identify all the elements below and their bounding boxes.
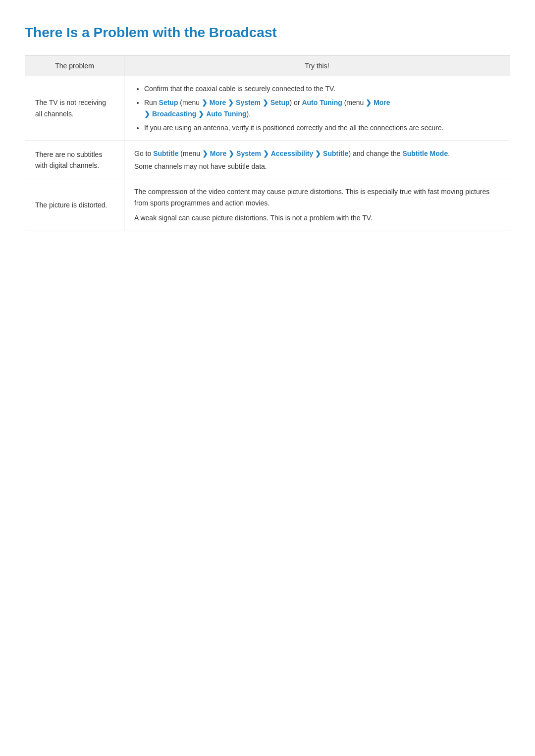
chevron-icon: ❯ [144, 110, 150, 118]
list-item: Confirm that the coaxial cable is secure… [144, 83, 500, 94]
subtitle-mode-link: Subtitle Mode [402, 150, 448, 157]
solution-text-2: Some channels may not have subtitle data… [134, 161, 500, 172]
solution-text: The compression of the video content may… [134, 186, 500, 208]
setup-link: Setup [159, 99, 178, 106]
table-row: The picture is distorted. The compressio… [25, 179, 510, 231]
solution-text: Go to Subtitle (menu ❯ More ❯ System ❯ A… [134, 148, 500, 159]
more-link: More [210, 99, 226, 106]
chevron-icon: ❯ [228, 150, 234, 157]
broadcasting-link: Broadcasting [152, 110, 196, 118]
chevron-icon: ❯ [202, 99, 208, 106]
solution-text-2: A weak signal can cause picture distorti… [134, 212, 500, 223]
col-solution-header: Try this! [124, 56, 510, 76]
more-link: More [210, 150, 226, 157]
problem-cell: The picture is distorted. [25, 179, 124, 231]
table-row: There are no subtitles with digital chan… [25, 141, 510, 179]
chevron-icon: ❯ [228, 99, 234, 106]
chevron-icon: ❯ [315, 150, 321, 157]
col-problem-header: The problem [25, 56, 124, 76]
auto-tuning2-link: Auto Tuning [206, 110, 246, 118]
subtitle-link: Subtitle [153, 150, 178, 157]
setup2-link: Setup [270, 99, 290, 106]
accessibility-link: Accessibility [271, 150, 314, 157]
page-title: There Is a Problem with the Broadcast [25, 25, 510, 41]
auto-tuning-link: Auto Tuning [302, 99, 342, 106]
list-item: If you are using an antenna, verify it i… [144, 122, 500, 133]
subtitle2-link: Subtitle [323, 150, 348, 157]
chevron-icon: ❯ [263, 99, 268, 106]
problem-cell: The TV is not receiving all channels. [25, 76, 124, 141]
chevron-icon: ❯ [202, 150, 208, 157]
solution-cell: Go to Subtitle (menu ❯ More ❯ System ❯ A… [124, 141, 510, 179]
solution-cell: Confirm that the coaxial cable is secure… [124, 76, 510, 141]
chevron-icon: ❯ [198, 110, 204, 118]
chevron-icon: ❯ [366, 99, 372, 106]
table-row: The TV is not receiving all channels. Co… [25, 76, 510, 141]
system-link: System [236, 99, 261, 106]
system-link: System [236, 150, 261, 157]
solution-cell: The compression of the video content may… [124, 179, 510, 231]
problem-cell: There are no subtitles with digital chan… [25, 141, 124, 179]
more2-link: More [374, 99, 390, 106]
troubleshoot-table: The problem Try this! The TV is not rece… [25, 55, 510, 231]
list-item: Run Setup (menu ❯ More ❯ System ❯ Setup)… [144, 97, 500, 119]
chevron-icon: ❯ [263, 150, 269, 157]
